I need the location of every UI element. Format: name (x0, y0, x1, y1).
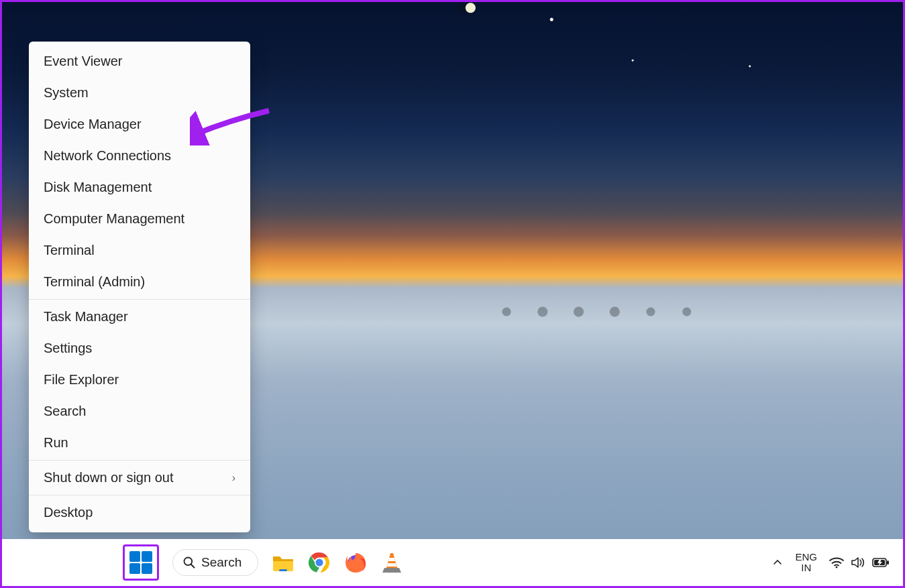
chrome-icon (309, 552, 330, 573)
menu-item-file-explorer[interactable]: File Explorer (29, 364, 250, 396)
menu-item-settings[interactable]: Settings (29, 333, 250, 364)
windows-logo-icon (129, 551, 152, 574)
volume-icon[interactable] (851, 556, 865, 569)
menu-item-system[interactable]: System (29, 77, 250, 109)
svg-line-1 (191, 565, 195, 568)
menu-item-label: Device Manager (44, 117, 142, 132)
menu-item-label: File Explorer (44, 372, 119, 388)
menu-item-task-manager[interactable]: Task Manager (29, 301, 250, 333)
menu-separator (29, 495, 250, 495)
menu-item-label: Terminal (44, 243, 95, 258)
winx-power-user-menu: Event ViewerSystemDevice ManagerNetwork … (29, 42, 250, 532)
menu-item-label: Disk Management (44, 180, 152, 195)
menu-item-label: Computer Management (44, 211, 184, 227)
menu-item-desktop[interactable]: Desktop (29, 497, 250, 528)
wifi-icon[interactable] (829, 556, 844, 569)
menu-item-label: Settings (44, 341, 92, 356)
search-icon (182, 556, 196, 569)
taskbar-pinned-chrome[interactable] (308, 551, 331, 574)
menu-item-label: Network Connections (44, 148, 171, 164)
menu-item-label: Task Manager (44, 309, 128, 325)
taskbar-search[interactable]: Search (172, 549, 258, 576)
menu-item-label: System (44, 85, 89, 101)
menu-item-disk-management[interactable]: Disk Management (29, 172, 250, 203)
svg-point-7 (836, 567, 838, 569)
menu-item-run[interactable]: Run (29, 427, 250, 459)
menu-item-terminal[interactable]: Terminal (29, 235, 250, 266)
start-button[interactable] (123, 544, 159, 581)
menu-item-label: Desktop (44, 505, 93, 520)
file-explorer-icon (272, 552, 295, 573)
menu-item-search[interactable]: Search (29, 396, 250, 427)
language-top: ENG (795, 552, 817, 563)
menu-item-computer-management[interactable]: Computer Management (29, 203, 250, 235)
menu-item-network-connections[interactable]: Network Connections (29, 140, 250, 172)
taskbar-pinned-vlc[interactable] (380, 551, 403, 574)
taskbar-pinned-firefox[interactable] (344, 551, 367, 574)
menu-item-label: Run (44, 435, 68, 451)
menu-separator (29, 460, 250, 461)
svg-rect-2 (279, 569, 287, 571)
menu-item-terminal-admin[interactable]: Terminal (Admin) (29, 266, 250, 298)
menu-separator (29, 299, 250, 300)
taskbar-search-label: Search (201, 555, 242, 570)
vlc-icon (382, 552, 402, 573)
menu-item-label: Shut down or sign out (44, 470, 173, 485)
tray-chevron-up-icon[interactable] (772, 557, 783, 568)
menu-item-label: Search (44, 404, 86, 419)
language-bottom: IN (795, 563, 817, 573)
menu-item-device-manager[interactable]: Device Manager (29, 109, 250, 140)
menu-item-shutdown[interactable]: Shut down or sign out› (29, 462, 250, 493)
firefox-icon (345, 552, 366, 573)
chevron-right-icon: › (232, 472, 235, 484)
battery-icon[interactable] (872, 557, 890, 568)
taskbar-pinned-file-explorer[interactable] (272, 551, 295, 574)
menu-item-event-viewer[interactable]: Event Viewer (29, 46, 250, 77)
svg-rect-10 (887, 561, 889, 565)
menu-item-label: Event Viewer (44, 54, 122, 69)
taskbar: Search (2, 539, 903, 586)
language-indicator[interactable]: ENG IN (795, 552, 817, 573)
menu-item-label: Terminal (Admin) (44, 274, 145, 290)
